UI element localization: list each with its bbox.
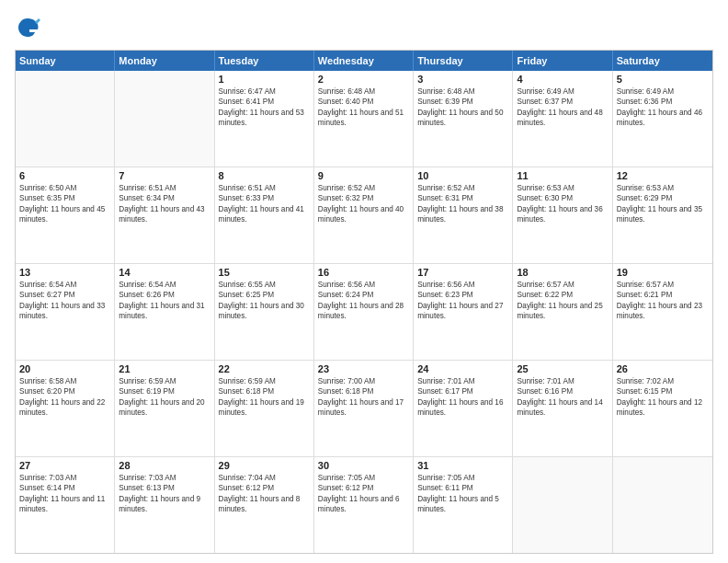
calendar-cell: 17Sunrise: 6:56 AMSunset: 6:23 PMDayligh… [414,264,513,360]
sunset-text: Sunset: 6:19 PM [119,386,210,396]
sunrise-text: Sunrise: 6:55 AM [219,280,310,290]
calendar-row-4: 27Sunrise: 7:03 AMSunset: 6:14 PMDayligh… [16,457,712,553]
sunset-text: Sunset: 6:22 PM [517,290,608,300]
daylight-text: Daylight: 11 hours and 46 minutes. [617,108,709,129]
sunrise-text: Sunrise: 6:57 AM [617,280,709,290]
calendar-cell: 31Sunrise: 7:05 AMSunset: 6:11 PMDayligh… [414,457,513,553]
calendar-cell: 13Sunrise: 6:54 AMSunset: 6:27 PMDayligh… [16,264,115,360]
sunset-text: Sunset: 6:35 PM [19,193,110,203]
daylight-text: Daylight: 11 hours and 36 minutes. [517,204,608,225]
page: SundayMondayTuesdayWednesdayThursdayFrid… [0,0,728,563]
sunrise-text: Sunrise: 7:05 AM [318,473,409,483]
calendar-cell: 29Sunrise: 7:04 AMSunset: 6:12 PMDayligh… [215,457,314,553]
sunrise-text: Sunrise: 7:05 AM [417,473,508,483]
calendar-cell: 23Sunrise: 7:00 AMSunset: 6:18 PMDayligh… [314,361,414,456]
daylight-text: Daylight: 11 hours and 33 minutes. [19,301,110,322]
daylight-text: Daylight: 11 hours and 31 minutes. [119,301,210,322]
sunrise-text: Sunrise: 7:03 AM [19,473,110,483]
sunrise-text: Sunrise: 7:00 AM [318,376,409,386]
sunrise-text: Sunrise: 6:54 AM [19,280,110,290]
daylight-text: Daylight: 11 hours and 43 minutes. [119,204,210,225]
day-number: 6 [19,170,110,181]
calendar-cell: 8Sunrise: 6:51 AMSunset: 6:33 PMDaylight… [215,167,314,263]
daylight-text: Daylight: 11 hours and 22 minutes. [19,397,110,419]
calendar-cell: 16Sunrise: 6:56 AMSunset: 6:24 PMDayligh… [314,264,414,360]
calendar-cell [115,71,214,167]
sunrise-text: Sunrise: 6:48 AM [417,86,508,97]
sunrise-text: Sunrise: 6:54 AM [119,280,210,290]
sunset-text: Sunset: 6:34 PM [119,193,210,203]
day-number: 2 [318,74,409,85]
day-number: 23 [318,363,409,374]
sunset-text: Sunset: 6:13 PM [119,483,210,493]
calendar-cell: 30Sunrise: 7:05 AMSunset: 6:12 PMDayligh… [314,457,414,553]
day-number: 12 [617,170,709,181]
logo [15,15,44,40]
calendar-cell: 15Sunrise: 6:55 AMSunset: 6:25 PMDayligh… [215,264,314,360]
sunset-text: Sunset: 6:29 PM [617,193,709,203]
calendar-cell: 9Sunrise: 6:52 AMSunset: 6:32 PMDaylight… [314,167,414,263]
sunset-text: Sunset: 6:14 PM [19,483,110,493]
day-number: 10 [417,170,508,181]
sunset-text: Sunset: 6:16 PM [517,386,608,396]
day-number: 18 [517,267,608,278]
daylight-text: Daylight: 11 hours and 50 minutes. [417,108,508,129]
sunset-text: Sunset: 6:40 PM [318,97,409,107]
daylight-text: Daylight: 11 hours and 45 minutes. [19,204,110,225]
daylight-text: Daylight: 11 hours and 53 minutes. [219,108,310,129]
daylight-text: Daylight: 11 hours and 8 minutes. [219,494,310,515]
calendar-cell [16,71,115,167]
sunrise-text: Sunrise: 7:01 AM [517,376,608,386]
daylight-text: Daylight: 11 hours and 40 minutes. [318,204,409,225]
day-number: 31 [417,460,508,471]
calendar-cell: 4Sunrise: 6:49 AMSunset: 6:37 PMDaylight… [513,71,612,167]
daylight-text: Daylight: 11 hours and 51 minutes. [318,108,409,129]
sunrise-text: Sunrise: 6:59 AM [119,376,210,386]
calendar-cell: 18Sunrise: 6:57 AMSunset: 6:22 PMDayligh… [513,264,612,360]
day-number: 19 [617,267,709,278]
calendar-cell: 26Sunrise: 7:02 AMSunset: 6:15 PMDayligh… [613,361,712,456]
calendar-row-3: 20Sunrise: 6:58 AMSunset: 6:20 PMDayligh… [16,361,712,457]
calendar-header: SundayMondayTuesdayWednesdayThursdayFrid… [16,51,712,71]
header-day-saturday: Saturday [613,51,712,71]
day-number: 30 [318,460,409,471]
day-number: 25 [517,363,608,374]
sunset-text: Sunset: 6:39 PM [417,97,508,107]
day-number: 28 [119,460,210,471]
sunset-text: Sunset: 6:18 PM [318,386,409,396]
daylight-text: Daylight: 11 hours and 12 minutes. [617,397,709,419]
sunset-text: Sunset: 6:31 PM [417,193,508,203]
day-number: 13 [19,267,110,278]
sunrise-text: Sunrise: 6:49 AM [517,86,608,97]
sunset-text: Sunset: 6:37 PM [517,97,608,107]
sunrise-text: Sunrise: 7:03 AM [119,473,210,483]
calendar-cell: 28Sunrise: 7:03 AMSunset: 6:13 PMDayligh… [115,457,214,553]
daylight-text: Daylight: 11 hours and 6 minutes. [318,494,409,515]
sunset-text: Sunset: 6:15 PM [617,386,709,396]
sunrise-text: Sunrise: 7:01 AM [417,376,508,386]
sunrise-text: Sunrise: 6:50 AM [19,183,110,193]
daylight-text: Daylight: 11 hours and 28 minutes. [318,301,409,322]
sunset-text: Sunset: 6:27 PM [19,290,110,300]
sunset-text: Sunset: 6:25 PM [219,290,310,300]
day-number: 17 [417,267,508,278]
daylight-text: Daylight: 11 hours and 23 minutes. [617,301,709,322]
day-number: 24 [417,363,508,374]
daylight-text: Daylight: 11 hours and 30 minutes. [219,301,310,322]
calendar-cell: 1Sunrise: 6:47 AMSunset: 6:41 PMDaylight… [215,71,314,167]
header-day-tuesday: Tuesday [215,51,314,71]
day-number: 26 [617,363,709,374]
calendar-cell: 7Sunrise: 6:51 AMSunset: 6:34 PMDaylight… [115,167,214,263]
day-number: 5 [617,74,709,85]
day-number: 1 [219,74,310,85]
daylight-text: Daylight: 11 hours and 25 minutes. [517,301,608,322]
sunrise-text: Sunrise: 6:59 AM [219,376,310,386]
calendar-cell: 2Sunrise: 6:48 AMSunset: 6:40 PMDaylight… [314,71,414,167]
daylight-text: Daylight: 11 hours and 9 minutes. [119,494,210,515]
header-day-sunday: Sunday [16,51,115,71]
day-number: 4 [517,74,608,85]
day-number: 22 [219,363,310,374]
sunset-text: Sunset: 6:17 PM [417,386,508,396]
calendar-row-1: 6Sunrise: 6:50 AMSunset: 6:35 PMDaylight… [16,167,712,264]
day-number: 20 [19,363,110,374]
